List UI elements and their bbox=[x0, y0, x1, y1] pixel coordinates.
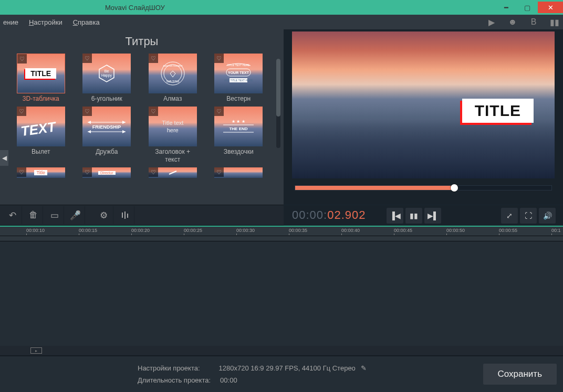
svg-rect-24 bbox=[122, 213, 123, 218]
svg-text:Happy: Happy bbox=[101, 73, 112, 78]
window-titlebar: Movavi СлайдШОУ ━ ▢ ✕ bbox=[0, 0, 563, 15]
prev-button[interactable]: ▐◀ bbox=[387, 208, 403, 224]
svg-text:SUB TITLE: SUB TITLE bbox=[166, 80, 180, 83]
heart-icon[interactable]: ♡ bbox=[149, 107, 158, 116]
preview-title-overlay[interactable]: TITLE bbox=[462, 99, 534, 123]
svg-text:YOUR TEXT: YOUR TEXT bbox=[228, 71, 249, 75]
heart-icon[interactable]: ♡ bbox=[214, 167, 224, 177]
timecode-display: 00:00:02.902 bbox=[292, 208, 366, 223]
playhead-handle[interactable] bbox=[451, 184, 458, 192]
vk-icon[interactable]: B bbox=[528, 17, 539, 27]
heart-icon[interactable]: ♡ bbox=[17, 107, 26, 116]
close-button[interactable]: ✕ bbox=[538, 2, 563, 13]
panel-scrollbar[interactable] bbox=[276, 59, 280, 148]
thumb-label: 6-угольник bbox=[91, 95, 122, 102]
settings-value: 1280x720 16:9 29.97 FPS, 44100 Гц Стерео bbox=[219, 362, 356, 374]
settings-label: Настройки проекта: bbox=[138, 362, 200, 374]
svg-marker-19 bbox=[88, 130, 91, 133]
camera-icon[interactable]: ▮▮ bbox=[549, 17, 560, 27]
heart-icon[interactable]: ♡ bbox=[82, 54, 92, 63]
gear-button[interactable]: ⚙ bbox=[95, 206, 113, 224]
youtube-icon[interactable]: ▶ bbox=[486, 17, 497, 27]
undo-button[interactable]: ↶ bbox=[3, 206, 22, 224]
thumb-label: Вестерн bbox=[226, 95, 251, 102]
svg-marker-18 bbox=[122, 130, 126, 133]
thumb-western[interactable]: ♡ TITLE TEXT HEREYOUR TEXTAND TITLE TEXT… bbox=[210, 54, 268, 102]
project-info: Настройки проекта: 1280x720 16:9 29.97 F… bbox=[138, 362, 367, 387]
thumb-partial-1[interactable]: ♡Title bbox=[12, 167, 70, 178]
heart-icon[interactable]: ♡ bbox=[82, 107, 92, 116]
thumb-label: 3D-табличка bbox=[23, 95, 59, 102]
thumb-vylet[interactable]: ♡ TEXT Вылет bbox=[12, 107, 70, 163]
heart-icon[interactable]: ♡ bbox=[17, 54, 27, 63]
panel-heading: Титры bbox=[0, 29, 284, 51]
next-button[interactable]: ▶▌ bbox=[424, 208, 441, 224]
svg-text:THE END: THE END bbox=[230, 126, 248, 131]
svg-marker-5 bbox=[170, 71, 175, 77]
menubar: ение Настройки Справка ▶ ☻ B ▮▮ bbox=[0, 15, 563, 29]
thumb-label: Звездочки bbox=[224, 148, 254, 155]
svg-text:Be: Be bbox=[105, 69, 109, 73]
duration-label: Длительность проекта: bbox=[138, 374, 211, 386]
thumb-almaz[interactable]: ♡ AMAZING SUMMERSUB TITLE Алмаз bbox=[143, 54, 202, 102]
thumb-3d-tablichka[interactable]: ♡ TITLE 3D-табличка bbox=[12, 54, 70, 102]
pop-out-button[interactable]: ⤢ bbox=[501, 208, 518, 224]
menu-help[interactable]: Справка bbox=[73, 18, 100, 26]
equalizer-button[interactable] bbox=[116, 206, 134, 224]
thumb-label: Заголовок + текст bbox=[147, 148, 199, 163]
svg-marker-15 bbox=[88, 121, 91, 124]
timeline-ruler[interactable]: 00:00:10 00:00:15 00:00:20 00:00:25 00:0… bbox=[0, 227, 563, 236]
playback-progress[interactable] bbox=[295, 186, 551, 190]
ok-icon[interactable]: ☻ bbox=[507, 17, 518, 27]
svg-text:TITLE TEXT HERE: TITLE TEXT HERE bbox=[227, 63, 251, 67]
thumb-label: Алмаз bbox=[163, 95, 182, 102]
volume-button[interactable]: 🔊 bbox=[539, 208, 556, 224]
svg-text:AND TITLE TEXT HERE: AND TITLE TEXT HERE bbox=[224, 79, 253, 82]
window-title: Movavi СлайдШОУ bbox=[105, 4, 165, 12]
menu-view[interactable]: ение bbox=[3, 18, 18, 26]
svg-text:AMAZING SUMMER: AMAZING SUMMER bbox=[163, 65, 182, 67]
svg-rect-25 bbox=[124, 211, 126, 219]
playback-controls: 00:00:02.902 ▐◀ ▮▮ ▶▌ ⤢ ⛶ 🔊 bbox=[284, 205, 563, 226]
save-button[interactable]: Сохранить bbox=[483, 364, 557, 385]
mic-button[interactable]: 🎤 bbox=[66, 206, 85, 224]
thumb-partial-3[interactable]: ♡ bbox=[143, 167, 202, 178]
thumb-zagolovok-text[interactable]: ♡ Title texthere Заголовок + текст bbox=[143, 107, 202, 163]
thumb-grid: ♡ TITLE 3D-табличка ♡ BeHappy 6-угольник… bbox=[0, 51, 284, 180]
duration-value: 00:00 bbox=[220, 374, 237, 386]
heart-icon[interactable]: ♡ bbox=[149, 167, 158, 177]
maximize-button[interactable]: ▢ bbox=[517, 2, 538, 13]
heart-icon[interactable]: ♡ bbox=[82, 167, 92, 177]
trash-button[interactable]: 🗑 bbox=[24, 206, 43, 224]
fullscreen-button[interactable]: ⛶ bbox=[520, 208, 537, 224]
collapse-tab[interactable]: ◀ bbox=[0, 150, 8, 166]
timeline-subruler bbox=[0, 236, 563, 241]
preview-canvas[interactable]: TITLE bbox=[292, 31, 555, 178]
film-icon[interactable]: ▸ bbox=[30, 347, 42, 354]
image-button[interactable]: ▭ bbox=[45, 206, 64, 224]
thumb-druzhba[interactable]: ♡ FRIENDSHIP Дружба bbox=[78, 107, 137, 163]
svg-marker-14 bbox=[122, 121, 126, 124]
svg-text:★ ★ ★: ★ ★ ★ bbox=[232, 119, 245, 124]
heart-icon[interactable]: ♡ bbox=[17, 167, 26, 177]
thumb-hexagon[interactable]: ♡ BeHappy 6-угольник bbox=[78, 54, 137, 102]
thumb-label: Вылет bbox=[32, 148, 50, 155]
menu-settings[interactable]: Настройки bbox=[29, 18, 62, 26]
timeline-tracks[interactable] bbox=[0, 241, 563, 354]
svg-rect-26 bbox=[127, 214, 128, 218]
minimize-button[interactable]: ━ bbox=[496, 2, 517, 13]
thumb-partial-2[interactable]: ♡Director bbox=[78, 167, 137, 178]
titles-panel: ◀ Титры ♡ TITLE 3D-табличка ♡ BeHappy 6-… bbox=[0, 29, 284, 205]
thumb-label: Дружба bbox=[96, 148, 118, 155]
toolbar: ↶ 🗑 ▭ 🎤 ⚙ bbox=[0, 205, 284, 226]
heart-icon[interactable]: ♡ bbox=[214, 107, 224, 116]
heart-icon[interactable]: ♡ bbox=[149, 54, 158, 63]
footer: Настройки проекта: 1280x720 16:9 29.97 F… bbox=[0, 355, 563, 392]
heart-icon[interactable]: ♡ bbox=[214, 54, 224, 63]
thumb-zvezdochki[interactable]: ♡ ★ ★ ★THE END Звездочки bbox=[210, 107, 268, 163]
thumb-partial-4[interactable]: ♡ bbox=[210, 167, 268, 178]
preview-pane: TITLE bbox=[284, 29, 563, 205]
main-split: ◀ Титры ♡ TITLE 3D-табличка ♡ BeHappy 6-… bbox=[0, 29, 563, 205]
pencil-icon[interactable]: ✎ bbox=[361, 362, 367, 374]
pause-button[interactable]: ▮▮ bbox=[405, 208, 422, 224]
